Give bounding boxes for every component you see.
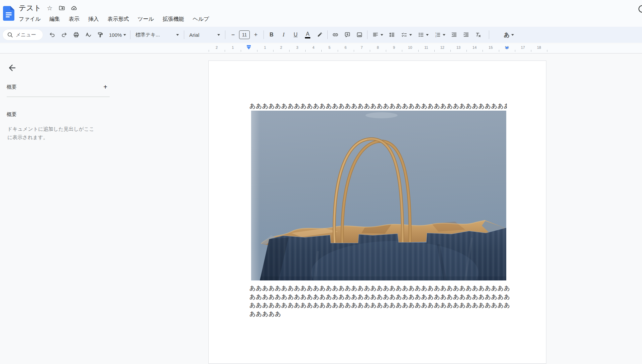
ruler-tick: [370, 50, 370, 52]
text-line[interactable]: ああああああああああああああああああああああああああああああああああああああああ…: [249, 301, 510, 310]
ruler-number: 11: [423, 45, 430, 49]
outline-divider: [7, 97, 110, 97]
svg-text:1: 1: [435, 32, 437, 34]
input-tools-label: あ: [504, 31, 510, 39]
toolbar-divider: [367, 30, 367, 39]
insert-image-button[interactable]: [353, 29, 365, 40]
ruler-number: 18: [536, 45, 542, 49]
input-tools-button[interactable]: あ: [500, 29, 518, 40]
ruler-number: 14: [471, 45, 478, 49]
document-title[interactable]: テスト: [19, 3, 41, 13]
toolbar-divider: [263, 30, 264, 39]
line-spacing-button[interactable]: [386, 29, 398, 40]
left-indent-marker[interactable]: [247, 45, 251, 49]
ruler-tick: [386, 50, 386, 52]
chevron-down-icon: [443, 34, 445, 36]
numbered-list-button[interactable]: 12: [431, 29, 448, 40]
chevron-down-icon: [511, 34, 514, 36]
menu-file[interactable]: ファイル: [15, 15, 44, 24]
inline-image-paper-bag[interactable]: [251, 111, 506, 280]
text-color-button[interactable]: A: [302, 29, 314, 40]
highlight-color-button[interactable]: [314, 29, 326, 40]
move-folder-icon[interactable]: [58, 4, 66, 12]
clear-formatting-button[interactable]: [472, 29, 484, 40]
ruler-number: 8: [374, 45, 381, 49]
checklist-icon: [401, 31, 408, 38]
menu-view[interactable]: 表示: [65, 15, 83, 24]
chevron-down-icon: [176, 34, 179, 36]
menu-bar: ファイル 編集 表示 挿入 表示形式 ツール 拡張機能 ヘルプ: [15, 15, 213, 24]
redo-icon: [61, 31, 68, 38]
ruler-number: 6: [342, 45, 349, 49]
spellcheck-icon: [85, 31, 92, 38]
decrease-font-size-button[interactable]: −: [227, 29, 239, 40]
paragraph-style-select[interactable]: 標準テキ...: [132, 29, 182, 40]
search-menus-button[interactable]: メニュー: [3, 29, 43, 40]
text-line[interactable]: ああああああああああああああああああああああああああああああああああああああああ…: [249, 293, 510, 301]
font-family-select[interactable]: Arial: [186, 29, 223, 40]
history-icon[interactable]: [636, 4, 642, 16]
bold-button[interactable]: B: [265, 29, 278, 40]
star-icon[interactable]: ☆: [46, 4, 54, 12]
print-button[interactable]: [70, 29, 82, 40]
right-indent-marker[interactable]: [505, 47, 509, 49]
paragraph-block[interactable]: ああああああああああああああああああああああああああああああああああああああああ…: [249, 284, 510, 319]
ruler-number: 4: [310, 45, 317, 49]
increase-indent-button[interactable]: [460, 29, 472, 40]
ruler[interactable]: 21123456789101112131415161718: [0, 44, 642, 53]
increase-font-size-button[interactable]: +: [250, 29, 262, 40]
italic-button[interactable]: I: [278, 29, 290, 40]
ruler-number: 3: [294, 45, 301, 49]
text-line[interactable]: ああああああああああああああああああああああああああああああああああああああああ…: [249, 102, 507, 110]
ruler-tick: [354, 50, 354, 52]
align-button[interactable]: [369, 29, 386, 40]
ruler-tick: [338, 50, 338, 52]
google-docs-window: テスト ☆ ファイル 編集 表示 挿入 表示形式 ツール 拡張機能 ヘルプ メニ: [0, 0, 642, 364]
zoom-value: 100%: [109, 32, 122, 38]
undo-button[interactable]: [46, 29, 58, 40]
text-line[interactable]: あああああ: [249, 310, 510, 319]
decrease-indent-button[interactable]: [448, 29, 460, 40]
bulleted-list-button[interactable]: [415, 29, 431, 40]
text-color-swatch: [305, 37, 310, 38]
redo-button[interactable]: [58, 29, 70, 40]
ruler-tick: [499, 50, 499, 52]
menu-help[interactable]: ヘルプ: [189, 15, 213, 24]
menu-edit[interactable]: 編集: [46, 15, 64, 24]
insert-link-button[interactable]: [329, 29, 341, 40]
menu-insert[interactable]: 挿入: [85, 15, 103, 24]
menu-tools[interactable]: ツール: [134, 15, 158, 24]
close-outline-button[interactable]: [7, 63, 17, 73]
zoom-select[interactable]: 100%: [106, 29, 128, 40]
spellcheck-button[interactable]: [82, 29, 94, 40]
document-page[interactable]: ああああああああああああああああああああああああああああああああああああああああ…: [208, 60, 546, 364]
ruler-tick: [273, 50, 274, 52]
menu-format[interactable]: 表示形式: [104, 15, 133, 24]
menu-extensions[interactable]: 拡張機能: [159, 15, 188, 24]
chevron-down-icon: [381, 34, 383, 36]
ruler-number: 10: [407, 45, 413, 49]
text-line[interactable]: ああああああああああああああああああああああああああああああああああああああああ…: [249, 284, 510, 293]
ruler-tick: [466, 50, 467, 52]
chevron-down-icon: [409, 34, 412, 36]
document-canvas: 概要 + 概要 ドキュメントに追加した見出しがここ に表示されます。 あああああ…: [0, 54, 642, 364]
font-size-input[interactable]: 11: [239, 30, 250, 39]
svg-text:2: 2: [435, 35, 437, 37]
search-icon: [7, 31, 13, 38]
underline-button[interactable]: U: [290, 29, 302, 40]
checklist-button[interactable]: [398, 29, 415, 40]
paint-format-button[interactable]: [94, 29, 106, 40]
add-heading-button[interactable]: +: [101, 83, 110, 91]
google-docs-logo-icon[interactable]: [3, 6, 14, 21]
add-comment-button[interactable]: [341, 29, 353, 40]
ruler-tick: [434, 50, 435, 52]
ruler-number: 17: [520, 45, 526, 49]
cloud-saved-icon[interactable]: [70, 4, 78, 12]
chevron-down-icon: [123, 34, 126, 36]
line-spacing-icon: [389, 31, 395, 38]
ruler-tick: [305, 50, 306, 52]
outline-section-heading: 概要: [7, 111, 17, 118]
numbered-list-icon: 12: [434, 31, 441, 38]
ruler-tick: [289, 50, 290, 52]
ruler-number: 15: [487, 45, 494, 49]
